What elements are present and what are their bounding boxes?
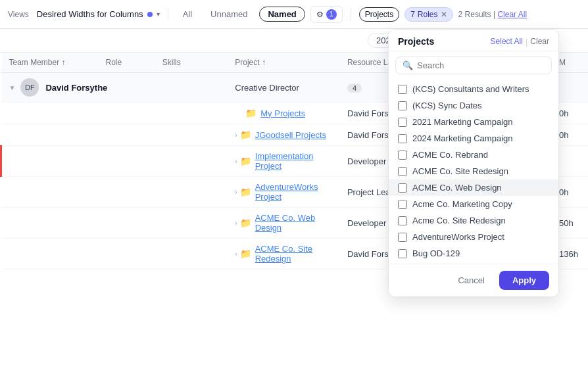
expand-icon[interactable]: › (235, 220, 237, 227)
item-label: ACME Co. Web Design (412, 183, 502, 193)
project-name-cell: 📁 My Projects (227, 103, 339, 124)
expand-icon[interactable]: › (235, 250, 237, 258)
item-label: AdventureWorks Project (412, 232, 504, 242)
folder-icon: 📁 (245, 108, 257, 118)
project-name-cell: › 📁 ACME Co. Web Design (227, 208, 339, 239)
list-item[interactable]: Bug OD-129 (389, 245, 558, 262)
pipe: | (526, 37, 527, 47)
item-label: 2024 Marketing Campaign (412, 133, 512, 143)
item-label: (KCS) Sync Dates (412, 101, 481, 110)
checkbox-acme-web[interactable] (398, 183, 407, 193)
person-name: David Forsythe (45, 83, 107, 93)
chevron-down-icon[interactable]: ▾ (157, 11, 160, 18)
project-link[interactable]: ACME Co. Site Redesign (255, 244, 331, 264)
clear-all-link[interactable]: Clear All (497, 10, 527, 19)
top-bar: Views Desired Widths for Columns ▾ All U… (0, 0, 588, 29)
project-name-cell: › 📁 ACME Co. Site Redesign (227, 239, 339, 269)
item-label: 2021 Marketing Campaign (412, 117, 512, 127)
list-item[interactable]: Acme Co. Site Redesign (389, 212, 558, 229)
dropdown-footer: Cancel Apply (389, 264, 558, 296)
list-item[interactable]: 2024 Marketing Campaign (389, 130, 558, 147)
filter-icon: ⚙ (316, 10, 324, 19)
dropdown-header: Projects Select All | Clear (389, 30, 558, 51)
filter-button[interactable]: ⚙ 1 (310, 6, 343, 23)
item-label: Acme Co. Site Redesign (412, 216, 506, 225)
roles-count: 7 (410, 10, 415, 19)
checkbox-kcs-consultants[interactable] (398, 85, 407, 94)
roles-chip[interactable]: 7 Roles ✕ (404, 7, 453, 22)
checkbox-acme-rebrand[interactable] (398, 151, 407, 160)
list-item[interactable]: (KCS) Sync Dates (389, 97, 558, 114)
project-link[interactable]: ACME Co. Web Design (255, 213, 331, 233)
item-label: ACME Co. Rebrand (412, 150, 488, 160)
results-count: 2 Results | Clear All (458, 10, 527, 19)
view-dot (147, 12, 153, 17)
project-link[interactable]: JGoodsell Projects (255, 130, 326, 140)
folder-icon: 📁 (240, 156, 251, 166)
roles-label: Roles (418, 10, 438, 19)
item-label: ACME Co. Site Redesign (412, 166, 508, 176)
views-label: Views (8, 10, 29, 19)
tab-unnamed[interactable]: Unnamed (204, 7, 254, 22)
list-item[interactable]: ACME Co. Web Design (389, 179, 558, 196)
checkbox-bug-od[interactable] (398, 249, 407, 258)
folder-icon: 📁 (240, 187, 251, 197)
results-text: 2 Results (458, 10, 491, 19)
col-role: Role (98, 53, 155, 73)
item-label: Bug OD-129 (412, 248, 460, 258)
list-item[interactable]: 2021 Marketing Campaign (389, 114, 558, 130)
skills-badge: 4 (347, 83, 362, 93)
filter-count-badge: 1 (326, 9, 337, 20)
view-name-text: Desired Widths for Columns (37, 9, 143, 19)
tab-all[interactable]: All (176, 7, 199, 22)
project-name-cell: › 📁 AdventureWorks Project (227, 177, 339, 208)
project-link[interactable]: AdventureWorks Project (255, 182, 331, 202)
project-link[interactable]: Implementation Project (255, 151, 331, 171)
list-item[interactable]: Acme Co. Marketing Copy (389, 196, 558, 212)
checkbox-acme-marketing-copy[interactable] (398, 200, 407, 209)
cancel-button[interactable]: Cancel (450, 271, 492, 289)
col-project: Project ↑ (227, 53, 339, 73)
list-item[interactable]: AdventureWorks Project (389, 229, 558, 245)
checkbox-adventureworks[interactable] (398, 233, 407, 242)
projects-dropdown: Projects Select All | Clear 🔍 (KCS) Cons… (388, 29, 559, 297)
project-link[interactable]: My Projects (260, 108, 305, 118)
avatar: DF (20, 78, 39, 97)
expand-icon[interactable]: ▼ (9, 84, 16, 91)
col-team-member: Team Member ↑ (1, 53, 98, 73)
divider2 (351, 9, 351, 20)
expand-icon[interactable]: › (235, 189, 237, 196)
clear-link[interactable]: Clear (530, 37, 549, 46)
checkbox-acme-site2[interactable] (398, 216, 407, 225)
tab-named[interactable]: Named (259, 7, 305, 22)
roles-close-icon[interactable]: ✕ (441, 10, 447, 19)
checkbox-2021-marketing[interactable] (398, 118, 407, 127)
person-role: Creative Director (227, 73, 339, 103)
col-blank (196, 53, 227, 73)
person-cell: ▼ DF David Forsythe (1, 73, 228, 103)
item-label: (KCS) Consultants and Writers (412, 84, 529, 94)
col-skills: Skills (155, 53, 197, 73)
project-name-cell: › 📁 JGoodsell Projects (227, 124, 339, 146)
projects-chip-label: Projects (365, 10, 393, 19)
folder-icon: 📁 (240, 248, 251, 259)
expand-icon[interactable]: › (235, 158, 237, 165)
search-input[interactable] (417, 60, 545, 70)
checkbox-kcs-sync[interactable] (398, 101, 407, 110)
checkbox-acme-site[interactable] (398, 167, 407, 176)
checkbox-2024-marketing[interactable] (398, 134, 407, 143)
list-item[interactable]: ACME Co. Rebrand (389, 147, 558, 163)
dropdown-title: Projects (398, 36, 434, 47)
folder-icon: 📁 (240, 218, 251, 228)
search-box: 🔍 (395, 57, 552, 74)
search-icon: 🔍 (403, 60, 413, 70)
apply-button[interactable]: Apply (499, 271, 549, 290)
projects-chip[interactable]: Projects (359, 7, 399, 22)
expand-icon[interactable]: › (235, 131, 237, 139)
list-item[interactable]: ACME Co. Site Redesign (389, 163, 558, 179)
item-label: Acme Co. Marketing Copy (412, 199, 512, 209)
view-name: Desired Widths for Columns ▾ (37, 9, 160, 19)
divider (168, 9, 168, 20)
list-item[interactable]: (KCS) Consultants and Writers (389, 81, 558, 97)
select-all-link[interactable]: Select All (491, 37, 523, 46)
